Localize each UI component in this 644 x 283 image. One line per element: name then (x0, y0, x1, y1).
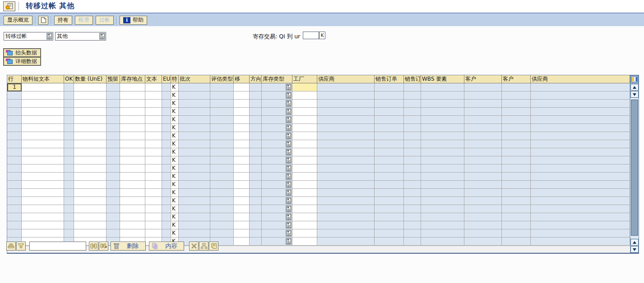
cell-quantity-une[interactable] (74, 229, 107, 237)
cell-material-short-text[interactable] (22, 108, 64, 116)
cell-special-stock[interactable]: K (171, 221, 179, 229)
column-header-customer[interactable]: 客户 (464, 75, 502, 83)
scroll-up-button[interactable] (630, 84, 639, 91)
cell-material-short-text[interactable] (22, 173, 64, 181)
row-selector[interactable] (7, 156, 22, 164)
row-selector[interactable] (7, 140, 22, 148)
dropdown-list-icon[interactable] (286, 165, 292, 172)
contents-button[interactable]: 内容 (149, 242, 184, 251)
cell-material-short-text[interactable] (22, 140, 64, 148)
dropdown-list-icon[interactable] (286, 197, 292, 204)
cell-special-stock[interactable]: K (171, 173, 179, 181)
cell-text[interactable] (145, 156, 162, 164)
cell-text[interactable] (145, 189, 162, 197)
row-selector[interactable] (7, 164, 22, 173)
cell-plant[interactable] (292, 132, 317, 140)
dropdown-list-icon[interactable] (286, 157, 292, 164)
cell-special-stock[interactable]: K (171, 140, 179, 148)
dropdown-list-icon[interactable] (46, 33, 52, 40)
row-selector[interactable] (7, 108, 22, 116)
cell-material-short-text[interactable] (22, 205, 64, 213)
column-header-sales-order[interactable]: 销售订单 (375, 75, 404, 83)
cell-plant[interactable] (292, 205, 317, 213)
column-header-wbs-element[interactable]: WBS 要素 (421, 75, 464, 83)
cell-plant[interactable] (292, 164, 317, 173)
column-header-reservation[interactable]: 预留 (107, 75, 120, 83)
row-selector[interactable] (7, 197, 22, 205)
help-button[interactable]: i 帮助 (120, 16, 147, 25)
cell-material-short-text[interactable] (22, 91, 64, 100)
cell-material-short-text[interactable] (22, 197, 64, 205)
cell-special-stock[interactable]: K (171, 213, 179, 221)
dropdown-list-icon[interactable] (286, 116, 292, 123)
cell-quantity-une[interactable] (74, 213, 107, 221)
sort-descending-button[interactable] (16, 242, 26, 251)
dropdown-list-icon[interactable] (286, 141, 292, 147)
cell-movement[interactable] (234, 197, 250, 205)
cell-quantity-une[interactable] (74, 221, 107, 229)
cell-special-stock[interactable]: K (171, 205, 179, 213)
cell-storage-location[interactable] (120, 213, 145, 221)
column-header-valuation-type[interactable]: 评估类型 (210, 75, 234, 83)
cell-movement[interactable] (234, 164, 250, 173)
cell-movement[interactable] (234, 91, 250, 100)
cell-storage-location[interactable] (120, 100, 145, 108)
cell-text[interactable] (145, 181, 162, 189)
cell-text[interactable] (145, 100, 162, 108)
cell-movement[interactable] (234, 116, 250, 124)
dropdown-list-icon[interactable] (286, 238, 292, 245)
cell-storage-location[interactable] (120, 173, 145, 181)
page-down-button[interactable] (630, 246, 639, 253)
cell-movement[interactable] (234, 181, 250, 189)
table-search-input[interactable] (29, 242, 86, 251)
hold-button[interactable]: 持有 (54, 16, 72, 25)
cell-storage-location[interactable] (120, 181, 145, 189)
cell-text[interactable] (145, 124, 162, 132)
cell-movement[interactable] (234, 189, 250, 197)
cell-storage-location[interactable] (120, 189, 145, 197)
row-selector[interactable] (7, 116, 22, 124)
page-up-button[interactable] (630, 239, 639, 246)
cell-quantity-une[interactable] (74, 181, 107, 189)
cell-special-stock[interactable]: K (171, 91, 179, 100)
scrollbar-thumb[interactable] (631, 100, 638, 236)
cell-plant[interactable] (292, 124, 317, 132)
column-header-material-short-text[interactable]: 物料短文本 (22, 75, 64, 83)
row-selector[interactable] (7, 221, 22, 229)
cell-text[interactable] (145, 173, 162, 181)
cell-material-short-text[interactable] (22, 132, 64, 140)
cell-plant[interactable] (292, 213, 317, 221)
cell-plant[interactable] (292, 108, 317, 116)
cell-plant[interactable] (292, 100, 317, 108)
find-button[interactable] (89, 242, 98, 251)
cell-material-short-text[interactable] (22, 156, 64, 164)
row-selector[interactable] (7, 91, 22, 100)
cell-material-short-text[interactable] (22, 213, 64, 221)
cell-material-short-text[interactable] (22, 83, 64, 91)
cell-movement[interactable] (234, 140, 250, 148)
cell-material-short-text[interactable] (22, 189, 64, 197)
cell-special-stock[interactable]: K (171, 181, 179, 189)
column-header-eun[interactable]: EUn (162, 75, 171, 83)
dropdown-list-icon[interactable] (286, 214, 292, 220)
cell-text[interactable] (145, 164, 162, 173)
cell-plant[interactable] (292, 189, 317, 197)
cell-storage-location[interactable] (120, 124, 145, 132)
movement-type-select[interactable]: 转移过帐 (4, 32, 53, 41)
cell-movement[interactable] (234, 173, 250, 181)
row-selector[interactable] (7, 132, 22, 140)
cell-quantity-une[interactable] (74, 197, 107, 205)
cell-special-stock[interactable]: K (171, 108, 179, 116)
cell-movement[interactable] (234, 213, 250, 221)
cell-storage-location[interactable] (120, 205, 145, 213)
cell-storage-location[interactable] (120, 197, 145, 205)
cell-text[interactable] (145, 148, 162, 156)
cell-quantity-une[interactable] (74, 124, 107, 132)
cell-text[interactable] (145, 221, 162, 229)
cell-storage-location[interactable] (120, 148, 145, 156)
row-selector[interactable] (7, 181, 22, 189)
cell-quantity-une[interactable] (74, 173, 107, 181)
column-header-stock-type[interactable]: 库存类型 (262, 75, 292, 83)
cell-material-short-text[interactable] (22, 124, 64, 132)
dropdown-list-icon[interactable] (286, 100, 292, 107)
